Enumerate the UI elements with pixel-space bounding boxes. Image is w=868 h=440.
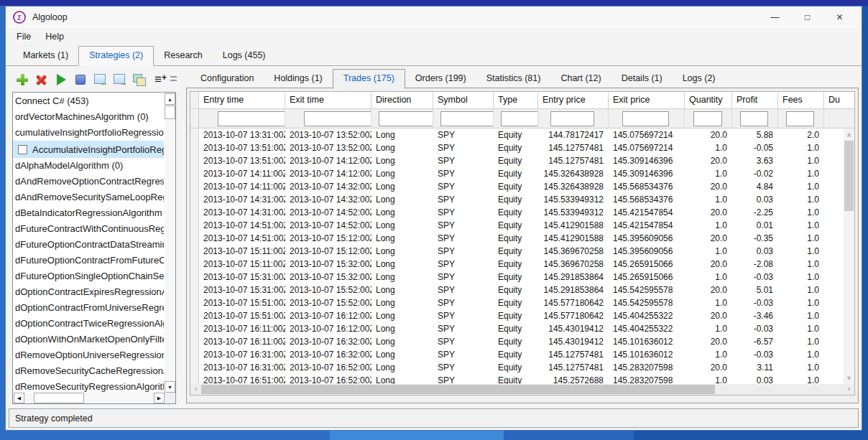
- trade-row[interactable]: 2013-10-07 14:51:00Z2013-10-07 14:52:00Z…: [190, 219, 844, 232]
- algorithm-item[interactable]: dRemoveSecurityRegressionAlgorithm: [13, 379, 164, 392]
- delete-button[interactable]: [34, 72, 50, 88]
- column-header-type[interactable]: Type: [494, 92, 538, 108]
- trade-row[interactable]: 2013-10-07 15:11:00Z2013-10-07 15:32:00Z…: [190, 258, 844, 271]
- tab-strategies-2[interactable]: Strategies (2): [78, 46, 154, 66]
- trade-row[interactable]: 2013-10-07 14:31:00Z2013-10-07 14:52:00Z…: [190, 206, 844, 219]
- trade-row[interactable]: 2013-10-07 14:11:00Z2013-10-07 14:12:00Z…: [190, 167, 844, 180]
- algorithm-item[interactable]: dFutureContractWithContinuousRegres: [13, 221, 164, 237]
- tab-statistics-81[interactable]: Statistics (81): [476, 70, 551, 88]
- tab-holdings-1[interactable]: Holdings (1): [264, 70, 332, 88]
- trade-row[interactable]: 2013-10-07 16:31:00Z2013-10-07 16:52:00Z…: [190, 361, 844, 374]
- column-header-profit[interactable]: Profit: [732, 92, 778, 108]
- filter-type-combo[interactable]: ▼: [501, 111, 538, 126]
- tab-chart-12[interactable]: Chart (12): [550, 70, 611, 88]
- column-header-exit-price[interactable]: Exit price: [609, 92, 685, 108]
- grid-vertical-scrollbar[interactable]: ∧ ∨: [844, 128, 854, 384]
- filter-symbol-input[interactable]: [441, 112, 494, 126]
- list-vertical-scrollbar[interactable]: ▲ ▼: [165, 93, 175, 393]
- filter-symbol-combo[interactable]: ▼: [440, 111, 494, 126]
- tab-details-1[interactable]: Details (1): [611, 70, 673, 88]
- algorithm-checkbox[interactable]: [18, 145, 27, 154]
- trade-row[interactable]: 2013-10-07 13:51:00Z2013-10-07 13:52:00Z…: [190, 141, 844, 154]
- algorithm-item[interactable]: dFutureOptionSingleOptionChainSelec: [13, 268, 164, 284]
- trade-row[interactable]: 2013-10-07 15:31:00Z2013-10-07 15:32:00Z…: [190, 271, 844, 284]
- column-header-quantity[interactable]: Quantity: [685, 92, 732, 108]
- filter-direction-combo[interactable]: ▼: [379, 111, 433, 126]
- add-button[interactable]: [14, 72, 30, 88]
- algorithm-item[interactable]: dRemoveOptionUniverseRegressionAlg: [13, 347, 164, 363]
- scroll-left-icon[interactable]: ‹: [190, 384, 201, 395]
- trade-row[interactable]: 2013-10-07 13:51:00Z2013-10-07 14:12:00Z…: [190, 154, 844, 167]
- column-header-exit-time[interactable]: Exit time: [285, 92, 371, 108]
- algorithm-item[interactable]: dAndRemoveSecuritySameLoopRegres: [13, 189, 164, 205]
- list-add-button[interactable]: [150, 72, 166, 88]
- trade-row[interactable]: 2013-10-07 16:11:00Z2013-10-07 16:32:00Z…: [190, 335, 844, 348]
- horizontal-scrollbar-thumb[interactable]: [34, 393, 84, 403]
- scroll-right-button[interactable]: ▶: [154, 393, 165, 403]
- tab-orders-199[interactable]: Orders (199): [405, 70, 476, 88]
- export-button[interactable]: [111, 72, 127, 88]
- column-header-entry-time[interactable]: Entry time: [199, 92, 285, 108]
- clone-button[interactable]: [131, 72, 147, 88]
- scroll-up-icon[interactable]: ∧: [844, 130, 854, 140]
- filter-entry-time-combo[interactable]: ▼: [218, 111, 285, 126]
- filter-exit-time-input[interactable]: [305, 112, 371, 126]
- filter-quantity-input[interactable]: [693, 111, 722, 126]
- menu-help[interactable]: Help: [43, 32, 66, 42]
- algorithm-item[interactable]: Connect C# (453): [13, 93, 164, 109]
- scrollbar-track[interactable]: [201, 384, 844, 395]
- algorithm-item[interactable]: AccumulativeInsightPortfolioRegre: [13, 141, 164, 158]
- filter-profit-input[interactable]: [740, 111, 768, 126]
- horizontal-scrollbar-thumb[interactable]: [201, 385, 715, 394]
- algorithm-item[interactable]: dAlphaModelAlgorithm (0): [13, 158, 164, 174]
- column-header-entry-price[interactable]: Entry price: [538, 92, 609, 108]
- algorithm-item[interactable]: dOptionContractExpiresRegressionAlgo: [13, 284, 164, 300]
- column-header-symbol[interactable]: Symbol: [433, 92, 494, 108]
- algorithm-item[interactable]: dRemoveSecurityCacheRegressionAlgo: [13, 363, 164, 379]
- algorithm-item[interactable]: dOptionContractTwiceRegressionAlgor: [13, 316, 164, 332]
- algorithm-item[interactable]: dFutureOptionContractDataStreamingR: [13, 237, 164, 253]
- trade-row[interactable]: 2013-10-07 16:51:00Z2013-10-07 16:52:00Z…: [190, 374, 844, 384]
- algorithm-item[interactable]: dOptionWithOnMarketOpenOnlyFilterI: [13, 332, 164, 347]
- tab-trades-175[interactable]: Trades (175): [333, 69, 405, 89]
- import-button[interactable]: [92, 72, 108, 88]
- trade-row[interactable]: 2013-10-07 15:31:00Z2013-10-07 15:52:00Z…: [190, 284, 844, 296]
- maximize-button[interactable]: □: [791, 6, 823, 28]
- tab-research[interactable]: Research: [154, 47, 213, 65]
- vertical-scrollbar-thumb[interactable]: [844, 141, 854, 211]
- column-header-direction[interactable]: Direction: [371, 92, 433, 108]
- trade-row[interactable]: 2013-10-07 14:31:00Z2013-10-07 14:32:00Z…: [190, 193, 844, 206]
- grid-horizontal-scrollbar[interactable]: ‹ ›: [190, 384, 854, 395]
- filter-exit-price-input[interactable]: [622, 111, 669, 126]
- trade-row[interactable]: 2013-10-07 15:51:00Z2013-10-07 16:12:00Z…: [190, 309, 844, 322]
- run-button[interactable]: [53, 72, 69, 88]
- trade-row[interactable]: 2013-10-07 14:51:00Z2013-10-07 15:12:00Z…: [190, 232, 844, 245]
- vertical-scrollbar-thumb[interactable]: [165, 106, 175, 119]
- minimize-button[interactable]: —: [759, 6, 791, 28]
- filter-exit-time-combo[interactable]: ▼: [304, 111, 371, 126]
- trade-row[interactable]: 2013-10-07 16:31:00Z2013-10-07 16:32:00Z…: [190, 348, 844, 361]
- filter-fees-input[interactable]: [786, 111, 814, 126]
- algorithm-item[interactable]: dAndRemoveOptionContractRegressio: [13, 174, 164, 189]
- list-horizontal-scrollbar[interactable]: ◀ ▶: [13, 393, 165, 403]
- filter-entry-time-input[interactable]: [218, 112, 285, 126]
- filter-type-input[interactable]: [502, 112, 538, 126]
- column-header-fees[interactable]: Fees: [778, 92, 824, 108]
- algorithm-item[interactable]: ordVectorMachinesAlgorithm (0): [13, 109, 164, 125]
- tab-configuration[interactable]: Configuration: [190, 70, 264, 88]
- filter-entry-price-input[interactable]: [550, 111, 594, 126]
- filter-direction-input[interactable]: [379, 112, 433, 126]
- scroll-right-icon[interactable]: ›: [844, 384, 854, 395]
- algorithm-item[interactable]: cumulativeInsightPortfolioRegressionAl: [13, 125, 164, 141]
- scroll-down-icon[interactable]: ∨: [844, 373, 854, 383]
- trade-row[interactable]: 2013-10-07 15:11:00Z2013-10-07 15:12:00Z…: [190, 245, 844, 258]
- scroll-down-button[interactable]: ▼: [165, 381, 175, 393]
- trade-row[interactable]: 2013-10-07 16:11:00Z2013-10-07 16:12:00Z…: [190, 322, 844, 335]
- column-header-du[interactable]: Du: [824, 92, 854, 108]
- tab-markets-1[interactable]: Markets (1): [13, 47, 78, 65]
- scroll-up-button[interactable]: ▲: [165, 93, 175, 105]
- stop-button[interactable]: [73, 72, 88, 88]
- algorithm-item[interactable]: dFutureOptionContractFromFutureCha: [13, 253, 164, 268]
- trade-row[interactable]: 2013-10-07 13:31:00Z2013-10-07 13:52:00Z…: [190, 128, 844, 141]
- trade-row[interactable]: 2013-10-07 15:51:00Z2013-10-07 15:52:00Z…: [190, 296, 844, 309]
